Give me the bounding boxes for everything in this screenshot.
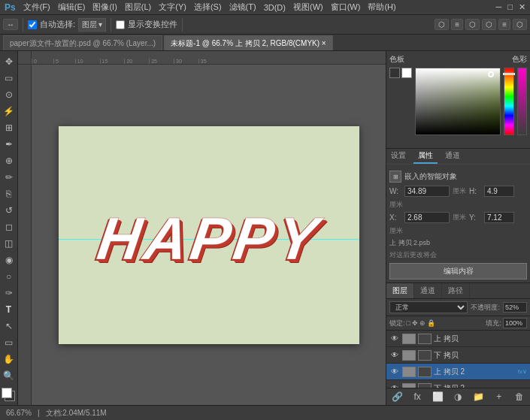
menu-window[interactable]: 窗口(W)	[331, 2, 361, 13]
add-style-button[interactable]: fx	[411, 391, 423, 403]
layer-mask-thumbnail	[418, 367, 432, 377]
new-group-button[interactable]: 📁	[473, 391, 485, 403]
menu-edit[interactable]: 编辑(E)	[58, 2, 86, 13]
tab-layers[interactable]: 图层	[386, 283, 414, 298]
marquee-tool[interactable]: ▭	[2, 71, 17, 86]
tab-properties[interactable]: 属性	[413, 149, 438, 164]
align-top[interactable]: ⬡	[482, 19, 496, 30]
show-transform-checkbox[interactable]	[116, 20, 125, 29]
healing-brush[interactable]: ⊕	[2, 153, 17, 168]
align-center-h[interactable]: ≡	[451, 19, 463, 30]
properties-section: 设置 属性 通道 ⊞ 嵌入的智能对象 W: 厘米 H: 厘米 X:	[386, 149, 530, 283]
menu-file[interactable]: 文件(F)	[23, 2, 50, 13]
layer-mask-thumbnail	[418, 334, 432, 344]
shape-tool[interactable]: ▭	[2, 335, 17, 350]
minimize-btn[interactable]: ─	[496, 2, 502, 12]
color-panel: 色板 色彩	[386, 51, 530, 149]
tab-settings[interactable]: 设置	[386, 149, 410, 164]
brush-tool[interactable]: ✏	[2, 170, 17, 185]
lock-position-icon[interactable]: ✥	[412, 319, 418, 327]
zoom-tool[interactable]: 🔍	[2, 368, 17, 383]
maximize-btn[interactable]: □	[507, 2, 513, 12]
menu-3d[interactable]: 3D(D)	[264, 3, 286, 12]
layer-mask-thumbnail	[418, 350, 432, 361]
move-tool-options[interactable]: ↔	[3, 19, 18, 30]
crop-tool[interactable]: ⊞	[2, 120, 17, 135]
fx-badge: fx∨	[518, 368, 527, 375]
tab-channels-2[interactable]: 通道	[414, 283, 442, 298]
align-left[interactable]: ⬡	[435, 19, 449, 30]
w-input[interactable]	[404, 186, 450, 197]
alpha-slider[interactable]	[517, 68, 527, 135]
align-center-v[interactable]: ≡	[498, 19, 510, 30]
new-layer-button[interactable]: +	[493, 391, 505, 403]
delete-layer-button[interactable]: 🗑	[513, 391, 525, 403]
layer-visibility-toggle[interactable]: 👁	[389, 334, 400, 344]
eraser-tool[interactable]: ◻	[2, 219, 17, 234]
quick-select[interactable]: ⚡	[2, 104, 17, 119]
document-canvas[interactable]: HAPPY	[59, 126, 359, 344]
layer-visibility-toggle[interactable]: 👁	[389, 367, 400, 377]
layer-visibility-toggle[interactable]: 👁	[389, 350, 400, 361]
background-color-swatch[interactable]	[401, 68, 412, 78]
menu-help[interactable]: 帮助(H)	[368, 2, 395, 13]
tab-channels[interactable]: 通道	[441, 149, 465, 164]
history-brush[interactable]: ↺	[2, 203, 17, 218]
y-input[interactable]	[484, 212, 514, 223]
layers-bottom-toolbar: 🔗 fx ⬜ ◑ 📁 + 🗑	[386, 388, 530, 405]
move-tool[interactable]: ✥	[2, 54, 17, 69]
auto-select-dropdown[interactable]: 图层 ▾	[78, 18, 106, 32]
gradient-tool[interactable]: ◫	[2, 236, 17, 251]
tab-paths[interactable]: 路径	[442, 283, 470, 298]
menu-filter[interactable]: 滤镜(T)	[229, 2, 256, 13]
blur-tool[interactable]: ◉	[2, 252, 17, 267]
menu-image[interactable]: 图像(I)	[92, 2, 117, 13]
layer-item[interactable]: 👁 上 拷贝	[386, 331, 530, 347]
tab-paper[interactable]: paper源文件-放置的.psd @ 66.7% (Layer...)	[3, 35, 162, 50]
separator-2	[111, 18, 111, 32]
align-right[interactable]: ⬡	[465, 19, 480, 30]
h-input[interactable]	[484, 186, 514, 197]
layers-panel: 图层 通道 路径 正常 不透明度: 锁定: □ ✥ ⊕ 🔒 填充:	[386, 283, 530, 405]
separator-1	[23, 18, 23, 32]
new-adjustment-button[interactable]: ◑	[452, 391, 464, 403]
clone-stamp[interactable]: ⎘	[2, 186, 17, 201]
layer-item[interactable]: 👁 下 拷贝	[386, 347, 530, 364]
close-btn[interactable]: ✕	[519, 2, 525, 12]
document-size: 文档:2.04M/5.11M	[46, 408, 107, 418]
text-tool[interactable]: T	[2, 302, 17, 317]
lock-all-icon[interactable]: □	[407, 319, 410, 327]
dodge-tool[interactable]: ○	[2, 269, 17, 284]
lock-icon[interactable]: 🔒	[427, 319, 435, 327]
layer-item[interactable]: 👁 上 拷贝 2 fx∨	[386, 364, 530, 380]
menu-text[interactable]: 文字(Y)	[159, 2, 186, 13]
lasso-tool[interactable]: ⊙	[2, 87, 17, 102]
hue-slider[interactable]	[504, 68, 513, 135]
x-input[interactable]	[404, 212, 450, 223]
desc-label: 对这后更改将会	[389, 250, 437, 260]
color-gradient-picker[interactable]	[415, 68, 501, 135]
menu-view[interactable]: 视图(W)	[293, 2, 323, 13]
auto-select-checkbox[interactable]	[28, 20, 37, 29]
layer-item[interactable]: 👁 下 拷贝 2	[386, 380, 530, 388]
eyedropper[interactable]: ✒	[2, 137, 17, 152]
add-link-button[interactable]: 🔗	[391, 391, 403, 403]
fill-label: 填充:	[486, 319, 501, 328]
foreground-color-swatch[interactable]	[389, 68, 400, 78]
menu-select[interactable]: 选择(S)	[194, 2, 222, 13]
hand-tool[interactable]: ✋	[2, 352, 17, 367]
fill-input[interactable]	[503, 318, 527, 328]
add-mask-button[interactable]: ⬜	[432, 391, 444, 403]
foreground-background-colors[interactable]	[2, 388, 17, 403]
edit-content-button[interactable]: 编辑内容	[389, 263, 527, 279]
align-bottom[interactable]: ⬡	[513, 19, 527, 30]
menu-layer[interactable]: 图层(L)	[125, 2, 151, 13]
opacity-input[interactable]	[503, 302, 527, 313]
path-select[interactable]: ↖	[2, 319, 17, 334]
blend-mode-select[interactable]: 正常	[389, 301, 468, 313]
lock-image-icon[interactable]: ⊕	[419, 319, 426, 327]
layer-name: 上 拷贝	[434, 334, 527, 344]
pen-tool[interactable]: ✑	[2, 286, 17, 301]
tab-untitled[interactable]: 未标题-1 @ 66.7% 上 拷贝 2, RGB/8(CMYK) ×	[164, 35, 333, 50]
canvas-content[interactable]: HAPPY	[32, 65, 386, 405]
